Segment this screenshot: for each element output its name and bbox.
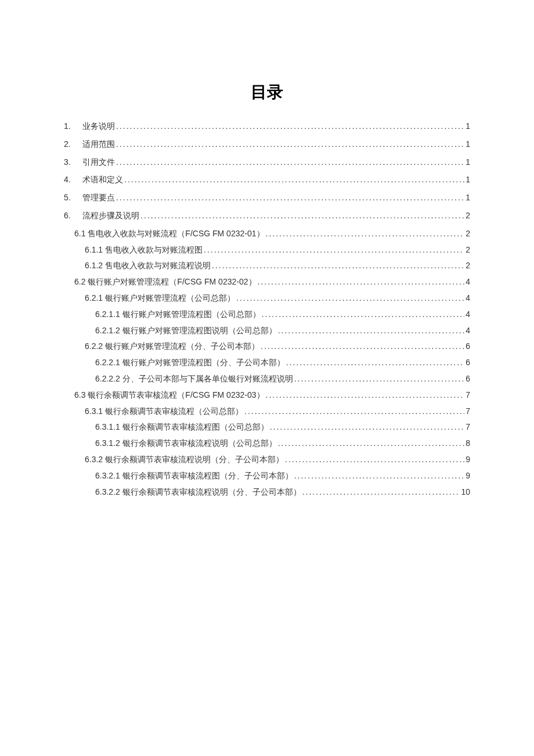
toc-entry-label: 6.3 银行余额调节表审核流程（F/CSG FM 0232-03） [74,388,265,402]
toc-leader-dots [278,324,465,338]
toc-entry-label: 6.2.2.2 分、子公司本部与下属各单位银行对账流程说明 [95,372,293,386]
toc-entry-number: 5. [64,191,82,205]
toc-entry[interactable]: 6.1 售电收入收款与对账流程（F/CSG FM 0232-01）2 [64,227,470,241]
toc-entry-label: 6.2.1.1 银行账户对账管理流程图（公司总部） [95,308,261,322]
toc-entry-page: 9 [466,469,470,483]
toc-entry[interactable]: 6.2.1.2 银行账户对账管理流程图说明（公司总部）4 [64,324,470,338]
toc-entry-label: 6.3.1.2 银行余额调节表审核流程说明（公司总部） [95,437,277,451]
toc-leader-dots [124,173,464,187]
toc-entry-page: 1 [466,173,470,187]
toc-leader-dots [261,340,464,354]
toc-entry[interactable]: 1.业务说明1 [64,120,470,134]
toc-entry-label: 6.1 售电收入收款与对账流程（F/CSG FM 0232-01） [74,227,265,241]
toc-leader-dots [262,308,465,322]
toc-entry[interactable]: 6.3.2.1 银行余额调节表审核流程图（分、子公司本部）9 [64,469,470,483]
toc-leader-dots [204,243,464,257]
toc-entry[interactable]: 6.2.2.2 分、子公司本部与下属各单位银行对账流程说明6 [64,372,470,386]
toc-entry-page: 2 [466,227,470,241]
toc-entry-label: 6.3.1 银行余额调节表审核流程（公司总部） [85,405,243,419]
toc-entry[interactable]: 6.3.2 银行余额调节表审核流程说明（分、子公司本部）9 [64,453,470,467]
toc-entry-label: 流程步骤及说明 [82,209,139,223]
toc-entry-number: 1. [64,120,82,134]
toc-leader-dots [236,291,464,305]
toc-leader-dots [278,437,465,451]
toc-leader-dots [140,209,464,223]
toc-leader-dots [116,156,464,170]
toc-leader-dots [285,453,464,467]
toc-leader-dots [294,372,465,386]
toc-leader-dots [116,138,464,152]
toc-entry-page: 1 [466,191,470,205]
toc-entry-page: 4 [466,324,470,338]
toc-entry-page: 1 [466,156,470,170]
toc-entry-page: 4 [466,308,470,322]
toc-entry[interactable]: 5.管理要点1 [64,191,470,205]
toc-entry[interactable]: 6.3 银行余额调节表审核流程（F/CSG FM 0232-03）7 [64,388,470,402]
toc-entry-label: 6.2 银行账户对账管理流程（F/CSG FM 0232-02） [74,275,257,289]
toc-entry[interactable]: 6.2 银行账户对账管理流程（F/CSG FM 0232-02）4 [64,275,470,289]
toc-entry[interactable]: 6.流程步骤及说明2 [64,209,470,223]
toc-entry[interactable]: 6.2.2 银行账户对账管理流程（分、子公司本部）6 [64,340,470,354]
toc-entry-label: 术语和定义 [82,173,123,187]
toc-entry-number: 4. [64,173,82,187]
toc-leader-dots [294,469,465,483]
toc-entry-page: 6 [466,340,470,354]
toc-leader-dots [116,191,464,205]
toc-entry[interactable]: 4.术语和定义1 [64,173,470,187]
toc-entry-label: 6.2.1.2 银行账户对账管理流程图说明（公司总部） [95,324,277,338]
toc-entry-number: 6. [64,209,82,223]
toc-entry[interactable]: 3.引用文件1 [64,156,470,170]
toc-entry[interactable]: 6.3.2.2 银行余额调节表审核流程说明（分、子公司本部）10 [64,485,470,499]
toc-entry-page: 4 [466,275,470,289]
toc-entry-page: 1 [466,120,470,134]
toc-entry-label: 业务说明 [82,120,115,134]
toc-entry[interactable]: 6.1.1 售电收入收款与对账流程图2 [64,243,470,257]
toc-leader-dots [270,420,465,434]
toc-entry[interactable]: 6.2.1.1 银行账户对账管理流程图（公司总部）4 [64,308,470,322]
toc-entry-number: 3. [64,156,82,170]
document-page: 目录 1.业务说明12.适用范围13.引用文件14.术语和定义15.管理要点16… [0,0,534,499]
toc-container: 1.业务说明12.适用范围13.引用文件14.术语和定义15.管理要点16.流程… [64,120,470,499]
toc-entry-page: 7 [466,405,470,419]
toc-leader-dots [244,405,464,419]
toc-entry[interactable]: 6.2.2.1 银行账户对账管理流程图（分、子公司本部）6 [64,356,470,370]
toc-entry[interactable]: 6.3.1 银行余额调节表审核流程（公司总部）7 [64,405,470,419]
toc-entry-page: 2 [466,243,470,257]
toc-entry-label: 6.3.2.1 银行余额调节表审核流程图（分、子公司本部） [95,469,293,483]
toc-entry[interactable]: 6.2.1 银行账户对账管理流程（公司总部）4 [64,291,470,305]
toc-title: 目录 [64,81,470,103]
toc-entry[interactable]: 6.3.1.2 银行余额调节表审核流程说明（公司总部）8 [64,437,470,451]
toc-entry-page: 7 [466,420,470,434]
toc-entry-label: 6.2.2.1 银行账户对账管理流程图（分、子公司本部） [95,356,285,370]
toc-entry-page: 7 [466,388,470,402]
toc-entry-page: 1 [466,138,470,152]
toc-entry-label: 适用范围 [82,138,115,152]
toc-entry-label: 6.2.2 银行账户对账管理流程（分、子公司本部） [85,340,259,354]
toc-leader-dots [266,388,465,402]
toc-entry-page: 10 [461,485,470,499]
toc-leader-dots [212,259,464,273]
toc-entry-label: 6.3.2.2 银行余额调节表审核流程说明（分、子公司本部） [95,485,301,499]
toc-entry-page: 9 [466,453,470,467]
toc-leader-dots [286,356,465,370]
toc-entry-label: 管理要点 [82,191,115,205]
toc-entry-label: 6.1.1 售电收入收款与对账流程图 [85,243,203,257]
toc-leader-dots [302,485,460,499]
toc-entry-page: 6 [466,356,470,370]
toc-leader-dots [116,120,464,134]
toc-entry-label: 6.3.2 银行余额调节表审核流程说明（分、子公司本部） [85,453,284,467]
toc-entry-page: 2 [466,259,470,273]
toc-entry[interactable]: 6.3.1.1 银行余额调节表审核流程图（公司总部）7 [64,420,470,434]
toc-entry-label: 6.2.1 银行账户对账管理流程（公司总部） [85,291,235,305]
toc-leader-dots [258,275,465,289]
toc-entry-number: 2. [64,138,82,152]
toc-entry-page: 6 [466,372,470,386]
toc-entry-label: 引用文件 [82,156,115,170]
toc-leader-dots [266,227,465,241]
toc-entry-page: 2 [466,209,470,223]
toc-entry[interactable]: 6.1.2 售电收入收款与对账流程说明2 [64,259,470,273]
toc-entry-label: 6.3.1.1 银行余额调节表审核流程图（公司总部） [95,420,269,434]
toc-entry-page: 4 [466,291,470,305]
toc-entry-label: 6.1.2 售电收入收款与对账流程说明 [85,259,211,273]
toc-entry[interactable]: 2.适用范围1 [64,138,470,152]
